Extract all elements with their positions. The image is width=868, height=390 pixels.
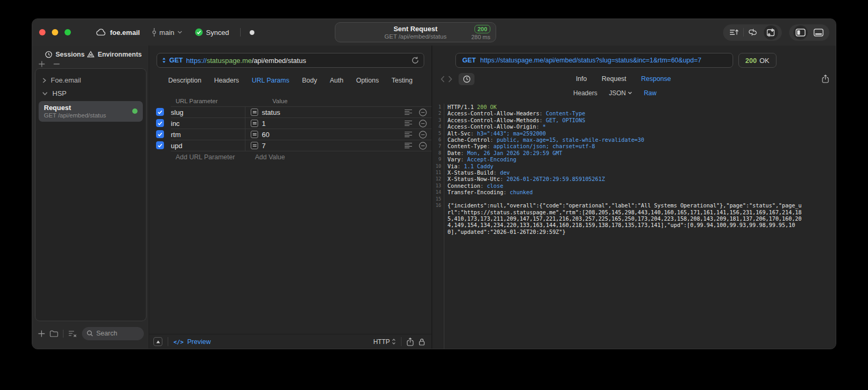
- protocol-label: HTTP: [373, 338, 390, 346]
- add-param-row: Add URL Parameter Add Value: [171, 151, 432, 162]
- new-folder-button[interactable]: [50, 330, 58, 337]
- param-name[interactable]: slug: [171, 108, 245, 116]
- param-value[interactable]: 7: [262, 142, 266, 150]
- tab-options[interactable]: Options: [356, 77, 379, 84]
- tab-response[interactable]: Response: [641, 75, 671, 83]
- search-box[interactable]: [82, 327, 144, 340]
- tab-description[interactable]: Description: [168, 77, 202, 84]
- add-param-placeholder[interactable]: Add URL Parameter: [171, 153, 250, 161]
- add-request-button[interactable]: [38, 330, 45, 337]
- request-list-button[interactable]: [725, 24, 743, 41]
- request-tree-panel: Foe.email HSP Request GET /api/embed/sta…: [35, 68, 147, 321]
- remove-session-button[interactable]: [53, 61, 60, 67]
- stepper-icon: [392, 339, 396, 344]
- import-export-button[interactable]: [762, 24, 780, 41]
- preview-button[interactable]: </> Preview: [173, 338, 211, 346]
- share-icon[interactable]: [407, 338, 414, 346]
- project-name[interactable]: foe.email: [110, 29, 140, 37]
- response-status-code: 200: [745, 57, 757, 65]
- reorder-handle-icon[interactable]: [405, 120, 412, 126]
- remove-param-icon[interactable]: [419, 131, 427, 139]
- code-line: 13Connection: close: [432, 183, 836, 189]
- subtab-headers[interactable]: Headers: [573, 89, 597, 97]
- code-line: 2Access-Control-Allow-Headers: Content-T…: [432, 110, 836, 116]
- column-header-value: Value: [257, 98, 288, 104]
- forward-button[interactable]: [446, 76, 454, 83]
- sync-loops-button[interactable]: [744, 24, 762, 41]
- tree-item-hsp[interactable]: HSP: [35, 87, 146, 100]
- param-checkbox[interactable]: [156, 141, 164, 149]
- tree-item-foe-email[interactable]: Foe.email: [35, 74, 146, 87]
- reload-icon[interactable]: [412, 57, 419, 64]
- tab-url-params[interactable]: URL Params: [252, 77, 289, 84]
- add-session-button[interactable]: [39, 61, 45, 67]
- url-host: statuspage.me: [207, 57, 252, 65]
- tab-environments[interactable]: Environments: [87, 51, 142, 58]
- params-table-header: URL Parameter Value: [149, 96, 432, 106]
- request-item-subtitle: GET /api/embed/status: [44, 112, 106, 119]
- history-button[interactable]: [459, 73, 474, 85]
- remove-param-icon[interactable]: [419, 142, 427, 150]
- protocol-selector[interactable]: HTTP: [373, 338, 396, 346]
- equals-icon[interactable]: [251, 131, 258, 138]
- view-options-button[interactable]: [68, 330, 77, 337]
- equals-icon[interactable]: [251, 108, 258, 116]
- environments-icon: [87, 51, 95, 58]
- add-value-placeholder[interactable]: Add Value: [250, 153, 285, 161]
- tab-info[interactable]: Info: [576, 75, 587, 83]
- column-header-parameter: URL Parameter: [176, 98, 257, 104]
- subtab-json[interactable]: JSON: [609, 89, 632, 97]
- param-value[interactable]: 1: [262, 120, 266, 128]
- method-selector-icon[interactable]: [162, 57, 166, 64]
- response-status-badge: 200 OK: [738, 53, 776, 68]
- tab-auth[interactable]: Auth: [330, 77, 343, 84]
- reorder-handle-icon[interactable]: [405, 131, 412, 138]
- param-name[interactable]: rtm: [171, 131, 245, 139]
- titlebar: foe.email main Synced: [32, 19, 836, 46]
- response-url-bar[interactable]: GET https://statuspage.me/api/embed/stat…: [455, 53, 733, 68]
- param-name[interactable]: upd: [171, 142, 245, 150]
- request-method[interactable]: GET: [169, 57, 183, 64]
- tab-testing[interactable]: Testing: [391, 77, 413, 84]
- tab-sessions[interactable]: Sessions: [45, 51, 85, 58]
- remove-param-icon[interactable]: [419, 120, 427, 128]
- remove-param-icon[interactable]: [419, 108, 427, 116]
- minimize-window-button[interactable]: [52, 29, 58, 35]
- param-row: rtm 60: [149, 129, 432, 140]
- lock-icon[interactable]: [419, 338, 425, 346]
- close-window-button[interactable]: [39, 29, 45, 35]
- subtab-raw[interactable]: Raw: [644, 89, 656, 97]
- tab-body[interactable]: Body: [302, 77, 317, 84]
- param-checkbox[interactable]: [156, 119, 164, 127]
- reorder-handle-icon[interactable]: [405, 109, 412, 115]
- back-button[interactable]: [439, 76, 446, 83]
- equals-icon[interactable]: [251, 120, 258, 127]
- toggle-sidebar-button[interactable]: [791, 24, 809, 41]
- request-list-item-selected[interactable]: Request GET /api/embed/status: [39, 101, 143, 122]
- collapse-panel-button[interactable]: [153, 337, 162, 346]
- tree-item-label: Foe.email: [51, 76, 81, 84]
- window-controls: [39, 29, 71, 35]
- sidebar-footer: [32, 324, 149, 349]
- tab-headers[interactable]: Headers: [214, 77, 239, 84]
- branch-selector[interactable]: main: [152, 28, 182, 37]
- equals-icon[interactable]: [251, 142, 258, 149]
- sent-request-pill[interactable]: Sent Request GET /api/embed/status 200 2…: [335, 22, 496, 42]
- toggle-bottom-panel-button[interactable]: [809, 24, 827, 41]
- search-input[interactable]: [96, 330, 139, 337]
- param-value[interactable]: status: [262, 108, 280, 116]
- param-checkbox[interactable]: [156, 108, 164, 116]
- sync-status[interactable]: Synced: [195, 28, 229, 37]
- share-icon[interactable]: [822, 75, 829, 83]
- request-url-bar[interactable]: GET https://statuspage.me/api/embed/stat…: [157, 53, 424, 68]
- request-url[interactable]: https://statuspage.me/api/embed/status: [186, 57, 408, 65]
- param-value[interactable]: 60: [262, 131, 269, 139]
- tab-request[interactable]: Request: [602, 75, 627, 83]
- reorder-handle-icon[interactable]: [405, 142, 412, 149]
- unsaved-indicator-dot: [250, 30, 254, 35]
- cloud-icon: [96, 29, 106, 36]
- zoom-window-button[interactable]: [65, 29, 71, 35]
- param-checkbox[interactable]: [156, 130, 164, 138]
- param-name[interactable]: inc: [171, 120, 245, 128]
- response-body[interactable]: 1HTTP/1.1 200 OK2Access-Control-Allow-He…: [432, 104, 836, 349]
